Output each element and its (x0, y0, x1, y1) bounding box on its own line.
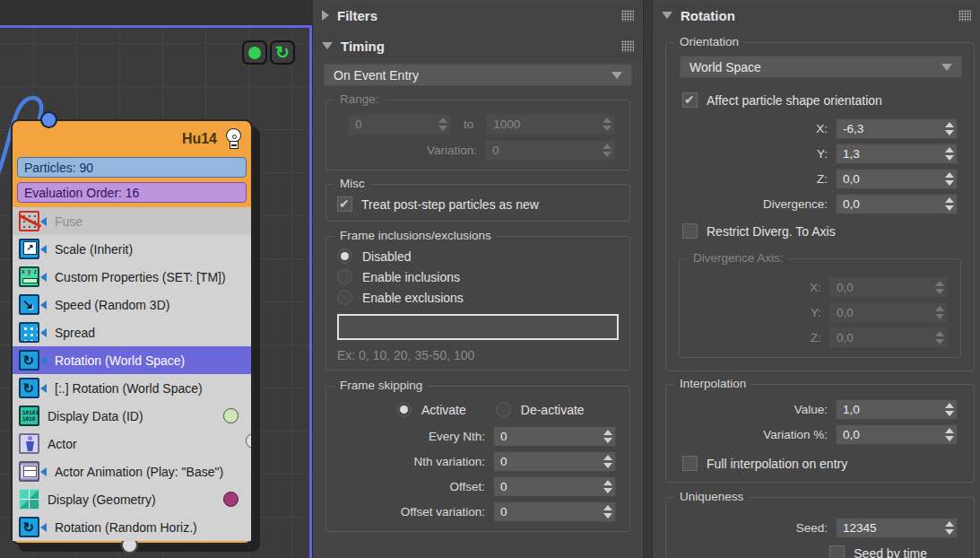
event-parameters-panel: Filters Timing On Event Entry Range: 0 (312, 0, 643, 558)
radio-enable-exclusions[interactable] (337, 290, 352, 305)
treat-post-step-checkbox[interactable] (337, 196, 352, 212)
display-geometry-icon (19, 489, 39, 510)
interpolation-variation-spinner[interactable]: 0,0 (836, 424, 958, 445)
test-output-port-green[interactable] (223, 408, 238, 423)
rollout-timing[interactable]: Timing (314, 33, 642, 58)
range-end-spinner: 1000 (486, 114, 615, 135)
spread-icon (19, 322, 39, 343)
operator-row-actor[interactable]: Actor (13, 430, 251, 458)
panel-divider[interactable] (643, 0, 653, 558)
event-enabled-button[interactable] (242, 40, 267, 65)
chevron-down-icon (662, 12, 672, 19)
interpolation-group: Interpolation Value: 1,0 Variation %: 0,… (665, 384, 975, 483)
rotation-icon (19, 378, 39, 398)
operator-row-speed[interactable]: Speed (Random 3D) (13, 291, 251, 318)
radio-activate[interactable] (396, 402, 412, 417)
particle-view-top-strip (0, 0, 312, 25)
update-icon[interactable]: ↻ (270, 40, 295, 65)
operator-row-display-geometry[interactable]: Display (Geometry) (13, 485, 251, 513)
divergence-axis-y-spinner: 0,0 (829, 302, 948, 323)
operator-wedge (40, 384, 47, 393)
display-data-icon (19, 405, 39, 426)
orientation-group: Orientation World Space Affect particle … (665, 42, 975, 371)
fuse-icon (19, 211, 39, 231)
particle-view-canvas: ↻ Hu14 Particles: 90 Evaluation Order: 1… (0, 0, 312, 558)
test-output-port-magenta[interactable] (223, 492, 238, 507)
test-output-port-white[interactable] (246, 433, 251, 449)
full-interpolation-checkbox[interactable] (682, 456, 698, 471)
timing-type-dropdown[interactable]: On Event Entry (324, 64, 632, 86)
custom-properties-icon (19, 266, 39, 287)
orientation-x-spinner[interactable]: -6,3 (836, 118, 958, 139)
frame-list-input[interactable] (337, 314, 619, 340)
operator-wedge (40, 328, 47, 337)
operator-row-custom-properties[interactable]: Custom Properties (SET: [TM]) (13, 263, 251, 291)
orientation-matrix-dropdown[interactable]: World Space (680, 56, 962, 78)
radio-disabled[interactable] (337, 248, 352, 264)
seed-spinner[interactable]: 12345 (836, 518, 958, 538)
operator-wedge (40, 245, 47, 254)
offset-spinner[interactable]: 0 (493, 476, 616, 497)
particle-flow-window: ↻ Hu14 Particles: 90 Evaluation Order: 1… (0, 0, 980, 558)
seed-by-time-checkbox[interactable] (829, 545, 845, 558)
range-variation-spinner: 0 (485, 140, 615, 161)
particles-count-bar: Particles: 90 (17, 157, 247, 178)
divergence-spinner[interactable]: 0,0 (836, 194, 958, 214)
operator-row-rotation-world-space-2[interactable]: [:.] Rotation (World Space) (13, 374, 251, 402)
offset-variation-spinner[interactable]: 0 (493, 501, 616, 522)
evaluation-order-bar: Evaluation Order: 16 (17, 182, 247, 203)
restrict-divergence-checkbox[interactable] (682, 223, 698, 239)
range-group: Range: 0 to 1000 Variation: 0 (325, 100, 630, 170)
rollout-filters[interactable]: Filters (314, 3, 642, 28)
operator-list: Fuse Scale (Inherit) Custom Properties (… (13, 207, 251, 541)
frame-inclusions-group: Frame inclusions/exclusions Disabled Ena… (325, 236, 630, 371)
event-node[interactable]: Hu14 Particles: 90 Evaluation Order: 16 … (11, 119, 253, 545)
radio-enable-inclusions[interactable] (337, 269, 352, 284)
actor-animation-icon (19, 461, 39, 482)
every-nth-spinner[interactable]: 0 (493, 426, 616, 447)
drag-grip-icon[interactable] (621, 10, 634, 22)
particle-view-viewport[interactable]: ↻ Hu14 Particles: 90 Evaluation Order: 1… (0, 25, 312, 558)
lightbulb-icon[interactable] (226, 128, 242, 150)
uniqueness-group: Uniqueness Seed: 12345 Seed by time (665, 497, 975, 558)
operator-row-display-data[interactable]: Display Data (ID) (13, 402, 251, 430)
operator-row-rotation-random[interactable]: Rotation (Random Horiz.) (13, 513, 251, 541)
rotation-icon (19, 350, 39, 371)
operator-wedge (40, 523, 47, 532)
divergence-axis-z-spinner: 0,0 (829, 327, 948, 348)
operator-row-rotation-world-space[interactable]: Rotation (World Space) (13, 346, 251, 374)
rotation-icon (19, 517, 39, 537)
rollout-rotation[interactable]: Rotation (654, 3, 979, 28)
misc-group: Misc Treat post-step particles as new (325, 184, 630, 222)
divergence-axis-x-spinner: 0,0 (829, 277, 948, 298)
interpolation-value-spinner[interactable]: 1,0 (836, 399, 958, 420)
drag-grip-icon[interactable] (621, 40, 634, 52)
chevron-right-icon (322, 10, 329, 21)
operator-row-scale[interactable]: Scale (Inherit) (13, 235, 251, 263)
event-node-title: Hu14 (182, 131, 217, 147)
chevron-down-icon (941, 64, 952, 71)
operator-wedge (40, 467, 47, 476)
frame-list-hint: Ex: 0, 10, 20, 35-50, 100 (337, 348, 619, 362)
chevron-down-icon (322, 42, 333, 49)
drag-grip-icon[interactable] (958, 10, 971, 22)
operator-row-fuse[interactable]: Fuse (13, 207, 251, 235)
speed-icon (19, 294, 39, 315)
nth-variation-spinner[interactable]: 0 (493, 451, 616, 472)
range-start-spinner: 0 (348, 114, 451, 135)
orientation-y-spinner[interactable]: 1,3 (836, 144, 958, 164)
operator-row-spread[interactable]: Spread (13, 318, 251, 346)
operator-parameters-panel: Rotation Orientation World Space Affect … (653, 0, 980, 558)
divergence-axis-group: Divergence Axis: X: 0,0 Y: 0,0 (679, 258, 961, 358)
radio-deactivate[interactable] (496, 402, 511, 417)
operator-wedge (40, 301, 47, 310)
scale-icon (19, 239, 39, 259)
affect-shape-orientation-checkbox[interactable] (682, 92, 698, 108)
event-node-header[interactable]: Hu14 (13, 121, 251, 157)
orientation-z-spinner[interactable]: 0,0 (836, 169, 958, 189)
green-dot-icon (248, 47, 261, 59)
frame-skipping-group: Frame skipping Activate De-activate Ever… (325, 386, 630, 532)
operator-wedge (40, 273, 47, 282)
operator-row-actor-animation[interactable]: Actor Animation (Play: "Base") (13, 458, 251, 485)
actor-icon (19, 433, 39, 454)
